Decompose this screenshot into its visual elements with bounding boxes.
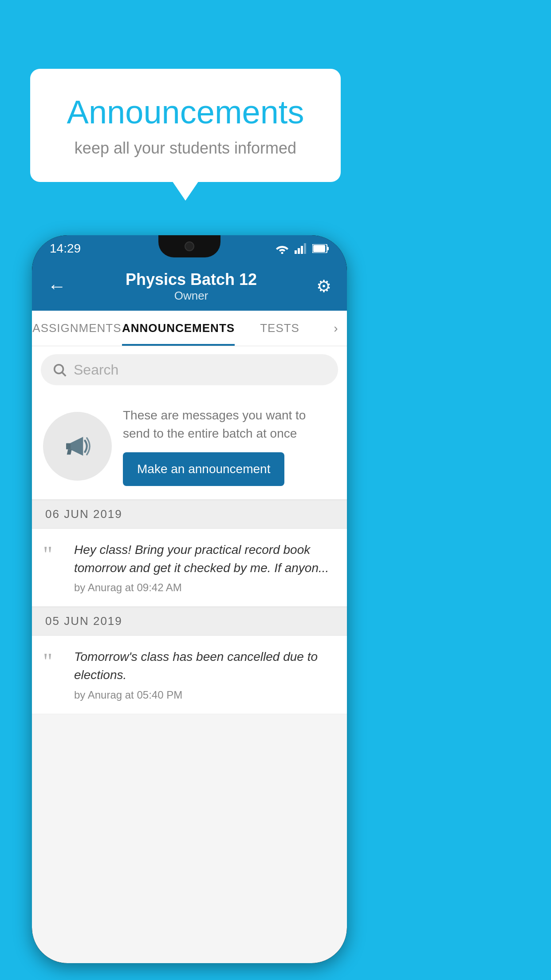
notch-camera <box>185 241 194 251</box>
tab-assignments[interactable]: ASSIGNMENTS <box>32 311 122 346</box>
svg-rect-10 <box>66 443 71 450</box>
tab-announcements[interactable]: ANNOUNCEMENTS <box>122 311 235 346</box>
svg-line-9 <box>62 372 66 376</box>
settings-button[interactable]: ⚙ <box>316 277 331 296</box>
speech-bubble-title: Announcements <box>57 93 314 131</box>
date-separator-2: 05 JUN 2019 <box>32 607 347 636</box>
promo-icon-circle <box>43 412 112 481</box>
app-header: ← Physics Batch 12 Owner ⚙ <box>32 262 347 311</box>
promo-section: These are messages you want to send to t… <box>32 393 347 500</box>
announcement-text-1: Hey class! Bring your practical record b… <box>74 541 336 577</box>
search-placeholder: Search <box>74 362 118 378</box>
svg-point-8 <box>55 365 63 374</box>
announcement-meta-1: by Anurag at 09:42 AM <box>74 581 336 594</box>
status-time: 14:29 <box>50 241 81 256</box>
signal-icon <box>295 243 307 254</box>
announcement-item-2[interactable]: " Tomorrow's class has been cancelled du… <box>32 636 347 714</box>
svg-rect-4 <box>304 243 306 254</box>
announcement-content-2: Tomorrow's class has been cancelled due … <box>74 648 336 701</box>
announcement-meta-2: by Anurag at 05:40 PM <box>74 689 336 701</box>
svg-rect-6 <box>313 245 325 252</box>
tab-tests[interactable]: TESTS <box>235 311 325 346</box>
svg-rect-7 <box>327 247 329 250</box>
svg-point-0 <box>281 252 283 254</box>
announcement-text-2: Tomorrow's class has been cancelled due … <box>74 648 336 684</box>
search-icon <box>52 362 67 377</box>
speech-bubble: Announcements keep all your students inf… <box>30 69 341 182</box>
battery-icon <box>312 244 329 253</box>
quote-icon-2: " <box>43 650 65 673</box>
phone-wrapper: 14:29 <box>32 235 347 963</box>
make-announcement-button[interactable]: Make an announcement <box>123 452 284 486</box>
svg-rect-1 <box>295 250 297 254</box>
promo-description: These are messages you want to send to t… <box>123 407 336 443</box>
announcement-content-1: Hey class! Bring your practical record b… <box>74 541 336 594</box>
wifi-icon <box>275 243 289 254</box>
announcement-item-1[interactable]: " Hey class! Bring your practical record… <box>32 529 347 607</box>
promo-right: These are messages you want to send to t… <box>123 407 336 486</box>
speech-bubble-subtitle: keep all your students informed <box>57 139 314 158</box>
status-icons <box>275 243 329 254</box>
speech-bubble-container: Announcements keep all your students inf… <box>30 69 341 182</box>
tab-more[interactable]: › <box>325 311 347 346</box>
phone-inner: 14:29 <box>32 235 347 963</box>
quote-icon-1: " <box>43 543 65 566</box>
date-separator-1: 06 JUN 2019 <box>32 500 347 529</box>
batch-role: Owner <box>66 289 316 303</box>
search-bar[interactable]: Search <box>41 354 338 385</box>
megaphone-icon <box>59 427 96 465</box>
tabs-container: ASSIGNMENTS ANNOUNCEMENTS TESTS › <box>32 311 347 346</box>
status-bar: 14:29 <box>32 235 347 262</box>
svg-rect-3 <box>301 246 303 254</box>
batch-title: Physics Batch 12 <box>66 270 316 289</box>
phone-notch <box>158 235 220 257</box>
svg-rect-2 <box>298 248 300 254</box>
phone-outer: 14:29 <box>32 235 347 963</box>
header-center: Physics Batch 12 Owner <box>66 270 316 303</box>
back-button[interactable]: ← <box>47 276 66 297</box>
phone-screen: Search <box>32 346 347 963</box>
search-bar-container: Search <box>32 346 347 393</box>
